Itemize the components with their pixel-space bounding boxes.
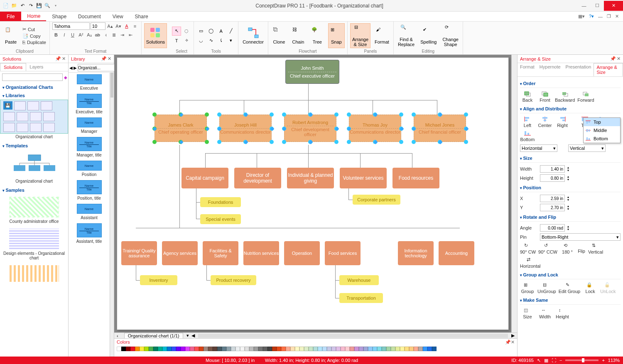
dept-volunteer-services[interactable]: Volunteer services <box>340 168 387 188</box>
sec-position[interactable]: Position <box>520 183 621 192</box>
color-swatch[interactable] <box>318 347 322 351</box>
section-samples[interactable]: Samples <box>0 186 68 194</box>
lock-button[interactable]: 🔒Lock <box>583 282 598 294</box>
text-icon[interactable]: T <box>172 36 181 45</box>
spelling-button[interactable]: ✔Spelling <box>419 23 438 48</box>
distribute-horiz-combo[interactable]: Horizontal▾ <box>520 144 557 152</box>
zoom-in-icon[interactable]: + <box>602 358 604 363</box>
tab-shape[interactable]: Shape <box>46 12 72 21</box>
status-tool-icon[interactable]: ↖ <box>537 358 541 363</box>
rp-tab-format[interactable]: Format <box>518 63 537 76</box>
valign-top-icon[interactable]: ⫞ <box>102 31 110 39</box>
group-button[interactable]: ⊞Group <box>520 282 535 294</box>
order-backward-button[interactable]: Backward <box>555 91 575 103</box>
sample-thumb-2[interactable] <box>9 229 59 249</box>
solutions-button[interactable]: Solutions <box>144 23 167 48</box>
colors-close-icon[interactable]: ✕ <box>511 340 515 344</box>
color-swatch[interactable] <box>373 347 377 351</box>
dept-director-of-development[interactable]: Director of development <box>234 168 281 188</box>
lib-item-position-title[interactable]: NameTitlePosition, title <box>70 180 108 200</box>
color-swatch[interactable] <box>254 347 258 351</box>
sec-makesame[interactable]: Make Same <box>520 295 621 305</box>
canvas-page[interactable]: John Smith Chief executive officer James… <box>117 57 509 330</box>
node-joseph-hill[interactable]: Joseph HillCommunications director <box>219 115 272 142</box>
pin-combo[interactable]: Bottom-Right▾ <box>540 233 621 241</box>
x-input[interactable] <box>540 195 565 202</box>
mdi-restore-icon[interactable]: ❐ <box>605 14 613 19</box>
note-corporate-partners[interactable]: Corporate partners <box>353 195 400 205</box>
color-swatch[interactable] <box>350 347 354 351</box>
color-swatch[interactable] <box>167 347 172 351</box>
flip-vert-button[interactable]: ⇅Vertical <box>588 243 603 254</box>
node-james-clark[interactable]: James ClarkChief operating officer <box>155 115 207 142</box>
library-scrollbar[interactable] <box>110 73 114 357</box>
color-swatch[interactable] <box>263 347 267 351</box>
close-button[interactable]: ✕ <box>604 1 623 11</box>
canvas-vscroll[interactable] <box>511 55 517 332</box>
distribute-vert-combo[interactable]: Vertical▾ <box>568 144 606 152</box>
distribute-vert-dropdown[interactable]: Top Middle Bottom <box>583 117 621 143</box>
color-swatch[interactable] <box>226 347 231 351</box>
dept-facilities-safety[interactable]: Facilities & Safety <box>203 241 238 265</box>
color-swatch[interactable] <box>144 347 149 351</box>
mdi-min-icon[interactable]: — <box>596 14 604 19</box>
color-swatch[interactable] <box>231 347 235 351</box>
canvas-hscroll[interactable]: ‹ Organizational chart (1/1) ▾ ◀ ▶ <box>114 332 517 338</box>
status-grid-icon[interactable]: ▦ <box>544 358 548 363</box>
lib-item-manager-title[interactable]: NameTitleManager, title <box>70 137 108 157</box>
library-thumbs[interactable]: 💾 <box>0 100 68 134</box>
align-left2-icon[interactable]: ≣ <box>110 31 118 39</box>
status-fit-icon[interactable]: ⛶ <box>552 358 556 363</box>
lasso-icon[interactable]: ◌ <box>182 27 191 36</box>
sec-group[interactable]: Group and Lock <box>520 270 621 279</box>
color-swatch[interactable] <box>277 347 281 351</box>
dept-capital-campaign[interactable]: Capital campaign <box>182 168 228 188</box>
line-tool-icon[interactable]: ╱ <box>226 27 235 36</box>
color-swatch[interactable] <box>194 347 199 351</box>
rp-tab-hypernote[interactable]: Hypernote <box>537 63 563 76</box>
spinner-icon[interactable]: ▴▾ <box>567 166 569 172</box>
find-replace-button[interactable]: 🔍Find & Replace <box>396 23 416 48</box>
color-swatches[interactable] <box>114 346 517 352</box>
pin-icon[interactable]: 📌 <box>55 56 61 61</box>
align-left-button[interactable]: Left <box>520 116 535 128</box>
color-swatch[interactable] <box>304 347 309 351</box>
tree-button[interactable]: 🌳Tree <box>309 23 326 48</box>
spinner-icon[interactable]: ▴▾ <box>567 225 569 231</box>
color-swatch[interactable] <box>418 347 423 351</box>
color-swatch[interactable] <box>181 347 185 351</box>
strike-icon[interactable]: ab <box>94 31 101 39</box>
snap-button[interactable]: ⊞Snap <box>328 23 345 48</box>
width-input[interactable] <box>540 165 565 173</box>
dept-accounting[interactable]: Accounting <box>439 241 474 265</box>
text-tool-icon[interactable]: A <box>216 27 226 36</box>
same-height-button[interactable]: ↕Height <box>555 308 570 319</box>
color-swatch[interactable] <box>363 347 368 351</box>
rp-tab-presentation[interactable]: Presentation <box>563 63 594 76</box>
flip-horiz-button[interactable]: ⇄Horizontal <box>520 257 541 269</box>
sec-align[interactable]: Align and Distribute <box>520 104 621 113</box>
duplicate-button[interactable]: ⎘Duplicate <box>22 39 47 45</box>
color-swatch[interactable] <box>322 347 327 351</box>
underline-icon[interactable]: U <box>69 31 76 39</box>
dropdown-bottom[interactable]: Bottom <box>584 134 620 143</box>
color-swatch[interactable] <box>295 347 299 351</box>
align-center-button[interactable]: Center <box>537 116 552 128</box>
bold-icon[interactable]: B <box>52 31 60 39</box>
color-swatch[interactable] <box>172 347 176 351</box>
spinner-icon[interactable]: ▴▾ <box>567 175 569 181</box>
spinner-icon[interactable]: ▴▾ <box>567 195 569 201</box>
rp-pin-icon[interactable]: 📌 <box>610 56 616 61</box>
edit-group-button[interactable]: ✎Edit Group <box>559 282 581 294</box>
node-ceo[interactable]: John Smith Chief executive officer <box>285 60 339 84</box>
mdi-close-icon[interactable]: ✕ <box>613 14 621 19</box>
arc-tool-icon[interactable]: ◡ <box>196 36 206 45</box>
sec-size[interactable]: Size <box>520 153 621 163</box>
zoom-out-icon[interactable]: − <box>559 358 562 363</box>
color-swatch[interactable] <box>121 347 126 351</box>
color-swatch[interactable] <box>414 347 418 351</box>
dept-agency-services[interactable]: Agency services <box>162 241 198 265</box>
dept-operation[interactable]: Operation <box>284 241 320 265</box>
qat-save-icon[interactable]: 💾 <box>36 2 42 9</box>
ellipse-tool-icon[interactable]: ◯ <box>206 27 216 36</box>
